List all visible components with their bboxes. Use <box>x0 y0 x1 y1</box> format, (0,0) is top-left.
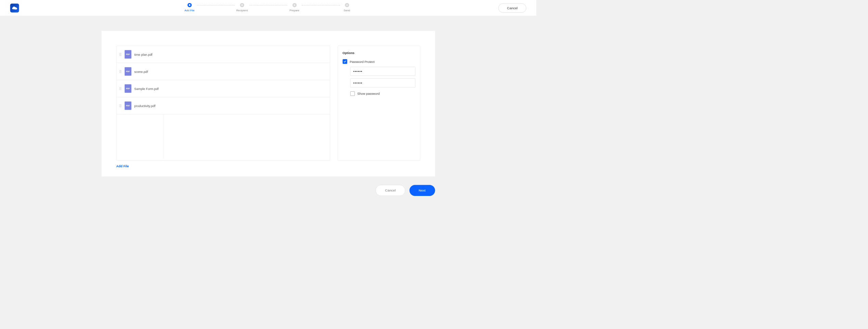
step-dot <box>292 3 297 7</box>
next-button[interactable]: Next <box>410 185 435 196</box>
step-dot <box>345 3 349 7</box>
step-label: Prepare <box>290 9 300 12</box>
options-panel: Options Password Protect Show password <box>338 45 420 160</box>
step-dot-active <box>187 3 191 7</box>
options-title: Options <box>342 51 415 55</box>
step-label: Recipient <box>236 9 248 12</box>
password-inputs: Show password <box>350 67 415 96</box>
step-connector <box>302 5 340 5</box>
pdf-icon: PDF <box>125 102 131 110</box>
drag-handle-icon[interactable] <box>119 69 122 73</box>
password-input[interactable] <box>350 67 415 76</box>
content-card: PDF time plan.pdf PDF scene.pdf PDF Samp… <box>101 31 435 176</box>
drag-handle-icon[interactable] <box>119 52 122 56</box>
file-row[interactable]: PDF time plan.pdf <box>116 46 330 63</box>
step-label: Add File <box>185 9 194 12</box>
check-icon <box>343 60 347 63</box>
step-connector <box>249 5 287 5</box>
cancel-button-top[interactable]: Cancel <box>499 3 526 13</box>
step-label: Send <box>344 9 350 12</box>
step-send[interactable]: Send <box>341 3 353 12</box>
files-list: PDF time plan.pdf PDF scene.pdf PDF Samp… <box>116 45 330 160</box>
dropzone-placeholder[interactable] <box>116 114 164 159</box>
main-content: PDF time plan.pdf PDF scene.pdf PDF Samp… <box>0 16 537 176</box>
drag-handle-icon[interactable] <box>119 104 122 107</box>
show-password-checkbox[interactable] <box>350 91 355 96</box>
password-protect-checkbox[interactable] <box>342 59 347 64</box>
file-name: Sample Form.pdf <box>134 87 159 91</box>
file-name: time plan.pdf <box>134 53 152 56</box>
file-row[interactable]: PDF scene.pdf <box>116 63 330 80</box>
app-header: Add File Recipient Prepare Send Cancel <box>0 0 537 16</box>
pdf-icon: PDF <box>125 67 131 76</box>
drag-handle-icon[interactable] <box>119 87 122 90</box>
cloud-icon <box>12 6 17 10</box>
app-logo <box>10 3 19 12</box>
file-name: scene.pdf <box>134 70 148 74</box>
confirm-password-input[interactable] <box>350 78 415 88</box>
password-protect-label: Password Protect <box>350 60 375 64</box>
files-column: PDF time plan.pdf PDF scene.pdf PDF Samp… <box>116 45 330 168</box>
file-name: productivity.pdf <box>134 104 155 108</box>
footer-actions: Cancel Next <box>101 185 435 196</box>
step-dot <box>240 3 244 7</box>
file-row[interactable]: PDF Sample Form.pdf <box>116 80 330 97</box>
step-recipient[interactable]: Recipient <box>236 3 248 12</box>
password-protect-row: Password Protect <box>342 59 415 64</box>
pdf-icon: PDF <box>125 84 131 93</box>
pdf-icon: PDF <box>125 50 131 58</box>
cancel-button[interactable]: Cancel <box>376 185 405 196</box>
wizard-stepper: Add File Recipient Prepare Send <box>183 3 353 12</box>
step-add-file[interactable]: Add File <box>183 3 196 12</box>
show-password-row: Show password <box>350 91 415 96</box>
file-row[interactable]: PDF productivity.pdf <box>116 97 330 114</box>
show-password-label: Show password <box>357 92 379 96</box>
add-file-link[interactable]: Add File <box>116 161 129 168</box>
step-prepare[interactable]: Prepare <box>288 3 301 12</box>
step-connector <box>197 5 235 5</box>
